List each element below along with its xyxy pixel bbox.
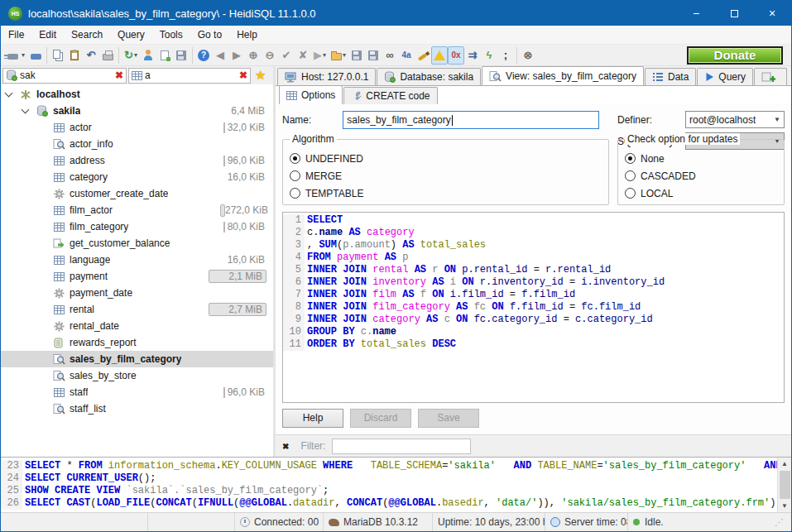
tree-item-film-actor[interactable]: film_actor272,0 KiB xyxy=(1,202,273,218)
algorithm-radio-undefined[interactable]: UNDEFINED xyxy=(290,150,602,167)
replace-icon[interactable]: 4a xyxy=(398,46,415,65)
paste-icon[interactable] xyxy=(66,46,83,65)
menu-help[interactable]: Help xyxy=(229,26,265,44)
refresh-icon[interactable]: ↻▾ xyxy=(122,46,140,65)
tab-view-sales-by-film-category[interactable]: View: sales_by_film_category xyxy=(482,66,644,85)
tree-item-staff-list[interactable]: staff_list xyxy=(1,400,273,417)
find-icon[interactable]: ∞ xyxy=(382,46,398,65)
subtab-create-code[interactable]: CREATE code xyxy=(343,87,437,104)
tree-item-rewards-report[interactable]: rewards_report xyxy=(1,334,273,351)
menu-edit[interactable]: Edit xyxy=(31,26,64,44)
save-button[interactable]: Save xyxy=(418,409,479,428)
menu-go-to[interactable]: Go to xyxy=(190,26,229,44)
reconnect-icon[interactable]: ϟ xyxy=(481,46,497,65)
print-icon[interactable] xyxy=(99,46,116,65)
dropdown-arrow-icon[interactable]: ▾ xyxy=(343,51,346,59)
tree-item-sales-by-film-category[interactable]: sales_by_film_category xyxy=(1,351,273,367)
save-sql-as-icon[interactable] xyxy=(365,46,382,65)
new-file-icon[interactable] xyxy=(156,46,173,65)
favorites-star-icon[interactable]: ★ xyxy=(255,68,266,83)
dropdown-arrow-icon[interactable]: ▾ xyxy=(134,51,137,59)
undo-icon[interactable]: ↶ xyxy=(83,46,99,65)
post-changes-icon[interactable]: ✔ xyxy=(278,46,295,65)
menu-file[interactable]: File xyxy=(1,26,31,44)
expand-chevron-icon[interactable] xyxy=(22,106,30,114)
discard-button[interactable]: Discard xyxy=(350,409,411,428)
sql-editor[interactable]: 1SELECT2c.name AS category3, SUM(p.amoun… xyxy=(282,212,785,403)
user-manager-icon[interactable] xyxy=(140,46,156,65)
tree-item-address[interactable]: address96,0 KiB xyxy=(1,152,273,169)
help-button[interactable]: Help xyxy=(282,409,343,428)
tree-item-category[interactable]: category16,0 KiB xyxy=(1,169,273,185)
tab-host-127-0-0-1[interactable]: Host: 127.0.0.1 xyxy=(277,68,376,85)
bind-params-toggle-icon[interactable] xyxy=(431,46,448,65)
menu-search[interactable]: Search xyxy=(64,26,110,44)
resize-grip[interactable]: ⋰ xyxy=(775,517,786,528)
tree-item-payment[interactable]: payment2,1 MiB xyxy=(1,268,273,285)
maximize-button[interactable] xyxy=(715,1,753,26)
insert-row-icon[interactable]: ⊕ xyxy=(245,46,262,65)
execute-sql-icon[interactable]: ▶▾ xyxy=(311,46,329,65)
help-icon[interactable]: ? xyxy=(195,46,212,65)
tab-query[interactable]: Query xyxy=(697,68,753,85)
tree-item-film-category[interactable]: film_category80,0 KiB xyxy=(1,218,273,235)
tab-database-sakila[interactable]: Database: sakila xyxy=(377,68,481,85)
close-filter-icon[interactable]: ✖ xyxy=(282,442,289,451)
stop-icon[interactable]: ⊗ xyxy=(520,46,536,65)
tab-data[interactable]: Data xyxy=(645,68,696,85)
filter-input[interactable] xyxy=(332,439,471,454)
database-filter-input[interactable]: sak ✖ xyxy=(2,68,127,84)
export-settings-icon[interactable] xyxy=(173,46,190,65)
last-row-icon[interactable]: ▶ xyxy=(228,46,245,65)
hex-view-toggle-icon[interactable]: 0x xyxy=(448,46,464,65)
check-option-radio-cascaded[interactable]: CASCADED xyxy=(625,167,777,185)
definer-select[interactable]: root@localhost ▼ xyxy=(685,111,785,128)
donate-button[interactable]: Donate xyxy=(687,46,783,65)
scroll-up-icon[interactable]: ▲ xyxy=(781,458,788,470)
algorithm-radio-merge[interactable]: MERGE xyxy=(290,167,602,185)
algorithm-radio-temptable[interactable]: TEMPTABLE xyxy=(290,185,602,202)
disconnect-icon[interactable] xyxy=(27,46,44,65)
check-option-radio-local[interactable]: LOCAL xyxy=(625,185,777,202)
table-filter-input[interactable]: a ✖ xyxy=(128,68,251,84)
tree-item-customer-create-date[interactable]: customer_create_date xyxy=(1,185,273,202)
clear-table-filter-icon[interactable]: ✖ xyxy=(238,69,248,81)
cancel-editing-icon[interactable]: ✘ xyxy=(295,46,311,65)
scroll-down-icon[interactable]: ▼ xyxy=(781,500,788,512)
tree-item-localhost[interactable]: localhost xyxy=(1,86,273,103)
tree-item-get-customer-balance[interactable]: get_customer_balance xyxy=(1,235,273,252)
expand-chevron-icon[interactable] xyxy=(5,89,13,98)
clear-database-filter-icon[interactable]: ✖ xyxy=(114,69,124,81)
view-name-input[interactable]: sales_by_film_category xyxy=(343,111,599,129)
new-query-tab-button[interactable] xyxy=(754,68,787,85)
tree-item-payment-date[interactable]: payment_date xyxy=(1,285,273,301)
single-query-icon[interactable]: ; xyxy=(497,46,514,65)
tree-item-rental-date[interactable]: rental_date xyxy=(1,318,273,334)
tree-item-rental[interactable]: rental2,7 MiB xyxy=(1,301,273,318)
save-sql-icon[interactable] xyxy=(348,46,365,65)
tree-item-sales-by-store[interactable]: sales_by_store xyxy=(1,367,273,384)
load-sql-icon[interactable]: ▾ xyxy=(329,46,348,65)
tree-item-actor-info[interactable]: actor_info xyxy=(1,136,273,152)
menu-tools[interactable]: Tools xyxy=(152,26,190,44)
tree-item-sakila[interactable]: sakila6,4 MiB xyxy=(1,103,273,119)
first-row-icon[interactable]: ◀ xyxy=(212,46,228,65)
log-scrollbar[interactable]: ▲ ▼ xyxy=(777,458,791,512)
tree-item-language[interactable]: language16,0 KiB xyxy=(1,252,273,268)
scrollbar-thumb[interactable] xyxy=(780,471,790,499)
minimize-button[interactable]: − xyxy=(677,1,715,26)
check-option-radio-none[interactable]: None xyxy=(625,150,777,167)
close-button[interactable]: × xyxy=(753,1,791,26)
connect-icon[interactable]: ▾ xyxy=(4,46,27,65)
subtab-options[interactable]: Options xyxy=(279,85,343,104)
next-result-icon[interactable]: ⇉ xyxy=(464,46,481,65)
copy-icon[interactable] xyxy=(50,46,66,65)
delete-row-icon[interactable]: ⊖ xyxy=(262,46,278,65)
tree-item-actor[interactable]: actor32,0 KiB xyxy=(1,119,273,136)
dropdown-arrow-icon[interactable]: ▾ xyxy=(22,51,25,59)
menu-query[interactable]: Query xyxy=(110,26,152,44)
dropdown-arrow-icon[interactable]: ▾ xyxy=(323,51,326,59)
tree-item-staff[interactable]: staff96,0 KiB xyxy=(1,384,273,400)
format-code-icon[interactable] xyxy=(415,46,431,65)
sql-log-panel[interactable]: 23SELECT * FROM information_schema.KEY_C… xyxy=(1,457,791,512)
